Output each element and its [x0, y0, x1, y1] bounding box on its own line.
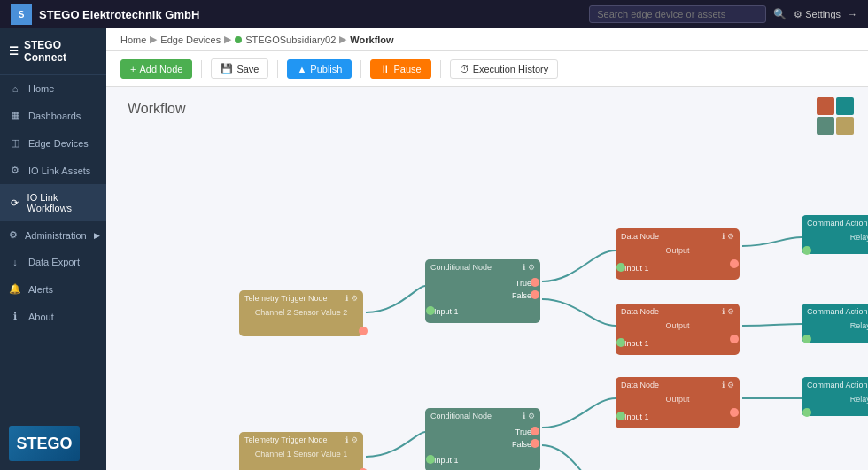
input-port [616, 263, 625, 272]
color-swatch-3[interactable] [817, 117, 834, 135]
workflows-icon: ⟳ [9, 197, 20, 209]
sidebar-item-data-export[interactable]: ↓ Data Export [0, 249, 106, 275]
topbar-right: 🔍 ⚙ Settings → [589, 5, 857, 23]
toolbar: + Add Node 💾 Save ▲ Publish ⏸ Pause ⏱ Ex… [106, 51, 868, 87]
telemetry-trigger-node-1[interactable]: Telemetry Trigger Node ℹ ⚙ Channel 2 Sen… [239, 290, 363, 336]
dashboards-icon: ▦ [9, 110, 21, 121]
input-port [616, 338, 625, 347]
topbar: S STEGO Elektrotechnik GmbH 🔍 ⚙ Settings… [0, 0, 868, 28]
sidebar-item-alerts[interactable]: 🔔 Alerts [0, 275, 106, 303]
node-header: Telemetry Trigger Node ℹ ⚙ [239, 290, 363, 306]
false-port [531, 439, 539, 448]
color-swatch-4[interactable] [836, 117, 854, 135]
config-icon[interactable]: ⚙ [727, 232, 734, 241]
data-node-1[interactable]: Data Node ℹ ⚙ Output Input 1 [616, 228, 740, 280]
toolbar-sep-2 [277, 60, 278, 78]
command-action-node-2[interactable]: Command Action Node ℹ ⚙ Relay 2 [802, 304, 868, 343]
data-node-2[interactable]: Data Node ℹ ⚙ Output Input 1 [616, 304, 740, 355]
main-content: Home ▶ Edge Devices ▶ STEGOSubsidiary02 … [106, 28, 868, 470]
breadcrumb-sep-1: ▶ [150, 34, 157, 45]
command-action-node-1[interactable]: Command Action Node ℹ ⚙ Relay 2 [802, 215, 868, 254]
output-port [359, 327, 368, 335]
data-node-3[interactable]: Data Node ℹ ⚙ Output Input 1 [616, 377, 740, 428]
info-icon[interactable]: ℹ [345, 435, 348, 444]
sidebar-item-administration[interactable]: ⚙ Administration ▶ [0, 221, 106, 249]
sidebar-brand[interactable]: ☰ STEGO Connect [0, 28, 106, 75]
toolbar-sep-4 [440, 60, 441, 78]
breadcrumb-status-dot [235, 36, 242, 43]
breadcrumb-home[interactable]: Home [120, 35, 146, 45]
breadcrumb-edge-devices[interactable]: Edge Devices [160, 35, 221, 45]
plus-icon: + [130, 64, 136, 74]
telemetry-trigger-node-2[interactable]: Telemetry Trigger Node ℹ ⚙ Channel 1 Sen… [239, 432, 363, 470]
config-icon[interactable]: ⚙ [351, 435, 358, 444]
breadcrumb-workflow: Workflow [350, 35, 393, 45]
info-icon[interactable]: ℹ [722, 232, 725, 241]
input-port [802, 408, 811, 417]
info-icon[interactable]: ℹ [523, 263, 525, 272]
canvas-controls [817, 97, 854, 135]
config-icon[interactable]: ⚙ [727, 307, 734, 316]
info-icon[interactable]: ℹ [345, 294, 348, 303]
save-icon: 💾 [221, 63, 233, 74]
stego-logo-icon: S [11, 4, 32, 25]
color-swatch-2[interactable] [836, 97, 854, 115]
command-action-node-3[interactable]: Command Action Node ℹ ⚙ Relay 1 [802, 377, 868, 416]
input-port [802, 335, 811, 343]
data-export-icon: ↓ [9, 257, 21, 267]
sidebar-item-home[interactable]: ⌂ Home [0, 75, 106, 102]
hamburger-icon: ☰ [9, 45, 19, 58]
color-swatch-1[interactable] [817, 97, 834, 115]
config-icon[interactable]: ⚙ [351, 294, 358, 303]
true-port [531, 278, 539, 287]
config-icon[interactable]: ⚙ [528, 263, 535, 272]
sidebar-item-io-link-assets[interactable]: ⚙ IO Link Assets [0, 157, 106, 184]
sidebar-item-edge-devices[interactable]: ◫ Edge Devices [0, 129, 106, 157]
search-icon: 🔍 [773, 8, 787, 20]
conditional-node-2[interactable]: Conditional Node ℹ ⚙ True False Input 1 [425, 408, 540, 470]
stego-brand-logo: STEGO [9, 426, 80, 461]
input-port [426, 455, 435, 464]
save-button[interactable]: 💾 Save [211, 58, 268, 79]
edge-devices-icon: ◫ [9, 137, 21, 149]
breadcrumb-subsidiary[interactable]: STEGOSubsidiary02 [245, 35, 336, 45]
sidebar-item-io-link-workflows[interactable]: ⟳ IO Link Workflows [0, 184, 106, 221]
input-port [616, 412, 625, 420]
layout: ☰ STEGO Connect ⌂ Home ▦ Dashboards ◫ Ed… [0, 28, 868, 470]
sidebar-logo: STEGO [0, 417, 106, 470]
topbar-left: S STEGO Elektrotechnik GmbH [11, 4, 199, 25]
toolbar-sep-3 [360, 60, 361, 78]
input-port [426, 306, 435, 315]
administration-icon: ⚙ [9, 229, 18, 241]
breadcrumb: Home ▶ Edge Devices ▶ STEGOSubsidiary02 … [106, 28, 868, 51]
topbar-company: STEGO Elektrotechnik GmbH [39, 8, 199, 21]
home-icon: ⌂ [9, 83, 21, 94]
workflow-canvas-area: Workflow [106, 87, 868, 470]
config-icon[interactable]: ⚙ [528, 412, 535, 420]
io-link-assets-icon: ⚙ [9, 165, 21, 176]
pause-icon: ⏸ [380, 64, 390, 74]
add-node-button[interactable]: + Add Node [120, 59, 192, 79]
canvas-title: Workflow [128, 101, 186, 117]
breadcrumb-sep-3: ▶ [339, 34, 346, 45]
toolbar-sep-1 [201, 60, 202, 78]
history-icon: ⏱ [460, 64, 469, 74]
config-icon[interactable]: ⚙ [727, 381, 734, 389]
sidebar-item-about[interactable]: ℹ About [0, 303, 106, 330]
info-icon[interactable]: ℹ [722, 381, 725, 389]
conditional-node-1[interactable]: Conditional Node ℹ ⚙ True False Input 1 [425, 259, 540, 323]
false-port [531, 290, 539, 299]
execution-history-button[interactable]: ⏱ Execution History [450, 59, 559, 79]
about-icon: ℹ [9, 311, 21, 322]
pause-button[interactable]: ⏸ Pause [370, 59, 430, 79]
sidebar-item-dashboards[interactable]: ▦ Dashboards [0, 102, 106, 129]
sidebar: ☰ STEGO Connect ⌂ Home ▦ Dashboards ◫ Ed… [0, 28, 106, 470]
breadcrumb-sep-2: ▶ [224, 34, 231, 45]
publish-button[interactable]: ▲ Publish [287, 59, 352, 79]
info-icon[interactable]: ℹ [523, 412, 525, 420]
alerts-icon: 🔔 [9, 283, 21, 295]
logout-button[interactable]: → [848, 9, 857, 19]
settings-button[interactable]: ⚙ Settings [794, 9, 841, 20]
search-input[interactable] [589, 5, 766, 23]
info-icon[interactable]: ℹ [722, 307, 725, 316]
